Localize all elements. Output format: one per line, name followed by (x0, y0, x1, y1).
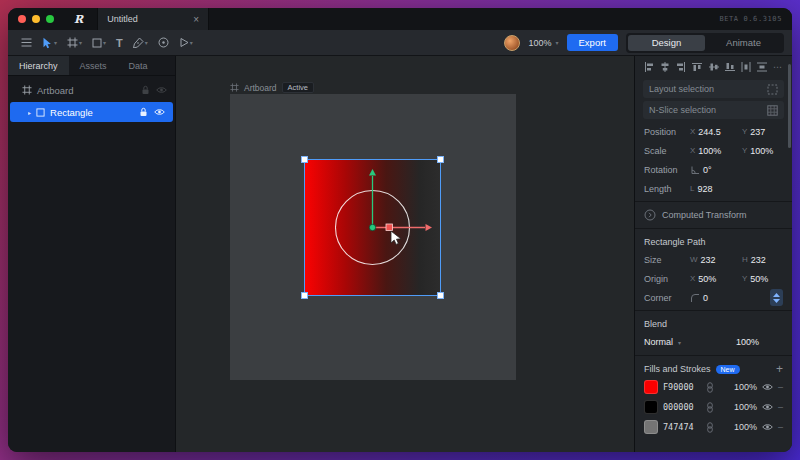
artboard-header[interactable]: Artboard Active (230, 82, 314, 93)
tab-assets[interactable]: Assets (69, 56, 118, 75)
mode-switcher: Design Animate (626, 33, 784, 53)
export-button[interactable]: Export (567, 34, 618, 51)
blend-mode-dropdown[interactable]: Normal ▾ (644, 337, 732, 347)
rectangle-visibility-icon[interactable] (154, 108, 165, 116)
position-x-field[interactable]: 244.5 (698, 127, 721, 137)
artboard-canvas-label[interactable]: Artboard (244, 83, 277, 93)
fill-opacity-field[interactable]: 100% (734, 422, 757, 432)
artboard-visibility-icon[interactable] (156, 86, 167, 94)
gradient-center-handle[interactable] (369, 224, 375, 230)
fill-color-swatch[interactable] (644, 420, 658, 434)
scale-y-field[interactable]: 100% (750, 146, 773, 156)
fullscreen-window-button[interactable] (46, 15, 54, 23)
menu-icon[interactable] (16, 33, 37, 53)
remove-fill-icon[interactable]: – (778, 422, 783, 432)
align-center-horizontal-icon[interactable] (660, 62, 670, 72)
inspector-scrollbar[interactable] (788, 64, 791, 148)
close-window-button[interactable] (18, 15, 26, 23)
fill-color-swatch[interactable] (644, 380, 658, 394)
fill-link-icon[interactable] (706, 382, 714, 393)
fill-visibility-icon[interactable] (762, 403, 773, 411)
close-tab-icon[interactable]: × (193, 14, 199, 25)
rectangle-caret-icon[interactable]: ▸ (28, 109, 31, 116)
gradient-stop-handle[interactable] (386, 224, 393, 231)
rotation-field[interactable]: 0° (703, 165, 712, 175)
zoom-control[interactable]: 100% ▾ (528, 38, 558, 48)
expand-circle-icon[interactable] (644, 209, 656, 221)
tree-row-rectangle[interactable]: ▸ Rectangle (10, 102, 173, 122)
origin-y-field[interactable]: 50% (750, 274, 768, 284)
length-key: L (690, 184, 694, 193)
rectangle-lock-icon[interactable] (139, 107, 148, 117)
y-axis-arrowhead-icon (369, 169, 376, 176)
length-field[interactable]: 928 (697, 184, 712, 194)
artboard-surface[interactable] (230, 94, 516, 380)
align-top-icon[interactable] (692, 62, 702, 72)
size-h-field[interactable]: 232 (751, 255, 766, 265)
scale-x-field[interactable]: 100% (698, 146, 721, 156)
distribute-vertical-icon[interactable] (757, 62, 767, 72)
align-right-icon[interactable] (676, 62, 686, 72)
document-tab[interactable]: Untitled × (97, 8, 209, 30)
nslice-selection-button[interactable]: N-Slice selection (643, 101, 784, 119)
fill-row[interactable]: 747474 100% – (635, 417, 792, 437)
minimize-window-button[interactable] (32, 15, 40, 23)
fill-link-icon[interactable] (706, 402, 714, 413)
fill-row[interactable]: F90000 100% – (635, 377, 792, 397)
selected-rectangle[interactable] (305, 160, 440, 295)
document-tab-title: Untitled (107, 14, 138, 24)
align-left-icon[interactable] (644, 62, 654, 72)
beta-version-label: BETA 0.6.3105 (719, 15, 782, 23)
fill-link-icon[interactable] (706, 422, 714, 433)
size-w-field[interactable]: 232 (701, 255, 716, 265)
align-middle-vertical-icon[interactable] (709, 62, 719, 72)
fill-visibility-icon[interactable] (762, 423, 773, 431)
bone-tool-button[interactable] (153, 33, 174, 53)
corner-stepper[interactable] (770, 289, 783, 306)
blend-mode-value: Normal (644, 337, 673, 347)
text-tool-button[interactable]: T (111, 33, 128, 53)
user-avatar[interactable] (504, 35, 520, 51)
tab-animate[interactable]: Animate (705, 35, 782, 51)
tree-row-artboard[interactable]: Artboard (8, 80, 175, 100)
select-tool-caret-icon[interactable]: ▾ (54, 39, 57, 46)
triangle-tool-caret-icon[interactable]: ▾ (190, 39, 193, 46)
fill-color-swatch[interactable] (644, 400, 658, 414)
select-tool-button[interactable]: ▾ (37, 33, 62, 53)
origin-label: Origin (644, 274, 686, 284)
tab-hierarchy[interactable]: Hierarchy (8, 56, 69, 75)
x-axis-arrowhead-icon (426, 224, 433, 231)
fill-hex-field[interactable]: 747474 (663, 422, 701, 432)
origin-x-field[interactable]: 50% (698, 274, 716, 284)
triangle-tool-button[interactable]: ▾ (174, 33, 198, 53)
add-fill-button[interactable]: + (776, 364, 783, 374)
blend-opacity-field[interactable]: 100% (736, 337, 759, 347)
pen-tool-button[interactable]: ▾ (128, 33, 153, 53)
layout-selection-icon (767, 84, 778, 95)
artboard-tool-button[interactable]: ▾ (62, 33, 87, 53)
position-y-field[interactable]: 237 (750, 127, 765, 137)
align-bottom-icon[interactable] (725, 62, 735, 72)
computed-transform-row[interactable]: Computed Transform (635, 205, 792, 225)
fill-hex-field[interactable]: F90000 (663, 382, 701, 392)
remove-fill-icon[interactable]: – (778, 402, 783, 412)
nslice-selection-label: N-Slice selection (649, 105, 716, 115)
pen-tool-caret-icon[interactable]: ▾ (145, 39, 148, 46)
artboard-lock-icon[interactable] (141, 85, 150, 95)
shape-tool-button[interactable]: ▾ (87, 33, 111, 53)
layout-selection-button[interactable]: Layout selection (643, 80, 784, 98)
tab-design[interactable]: Design (628, 35, 705, 51)
fill-opacity-field[interactable]: 100% (734, 402, 757, 412)
artboard-tool-caret-icon[interactable]: ▾ (79, 39, 82, 46)
tab-data[interactable]: Data (118, 56, 159, 75)
remove-fill-icon[interactable]: – (778, 382, 783, 392)
distribute-horizontal-icon[interactable] (741, 62, 751, 72)
shape-tool-caret-icon[interactable]: ▾ (103, 39, 106, 46)
corner-field[interactable]: 0 (703, 293, 708, 303)
fill-visibility-icon[interactable] (762, 383, 773, 391)
fill-hex-field[interactable]: 000000 (663, 402, 701, 412)
canvas[interactable]: Artboard Active (176, 56, 634, 452)
fill-opacity-field[interactable]: 100% (734, 382, 757, 392)
align-more-icon[interactable]: ⋯ (773, 62, 783, 72)
fill-row[interactable]: 000000 100% – (635, 397, 792, 417)
